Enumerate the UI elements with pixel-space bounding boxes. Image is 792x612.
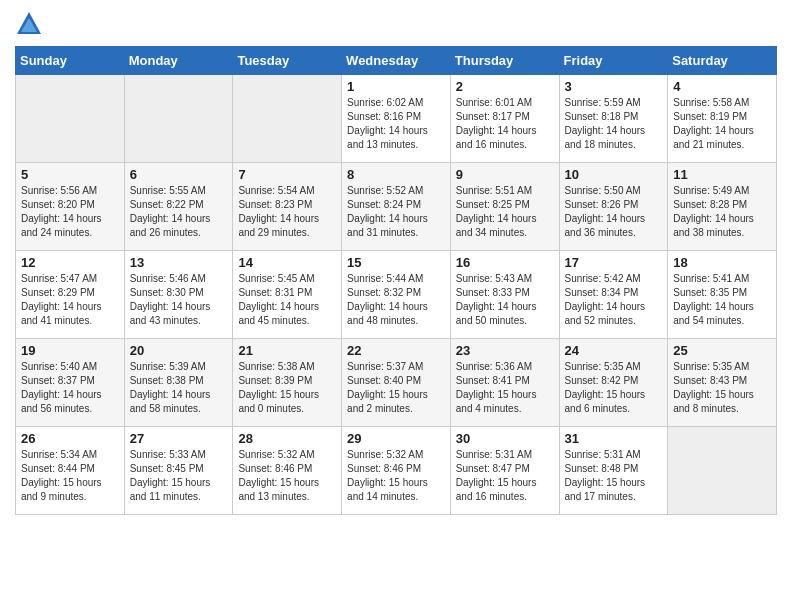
day-info: Sunrise: 5:44 AM Sunset: 8:32 PM Dayligh… bbox=[347, 272, 445, 328]
calendar-cell bbox=[16, 75, 125, 163]
calendar-cell: 13Sunrise: 5:46 AM Sunset: 8:30 PM Dayli… bbox=[124, 251, 233, 339]
day-info: Sunrise: 5:54 AM Sunset: 8:23 PM Dayligh… bbox=[238, 184, 336, 240]
calendar-cell bbox=[668, 427, 777, 515]
calendar-cell: 9Sunrise: 5:51 AM Sunset: 8:25 PM Daylig… bbox=[450, 163, 559, 251]
calendar-cell: 29Sunrise: 5:32 AM Sunset: 8:46 PM Dayli… bbox=[342, 427, 451, 515]
calendar-cell: 22Sunrise: 5:37 AM Sunset: 8:40 PM Dayli… bbox=[342, 339, 451, 427]
day-info: Sunrise: 5:45 AM Sunset: 8:31 PM Dayligh… bbox=[238, 272, 336, 328]
calendar-header-row: SundayMondayTuesdayWednesdayThursdayFrid… bbox=[16, 47, 777, 75]
day-header-wednesday: Wednesday bbox=[342, 47, 451, 75]
day-header-tuesday: Tuesday bbox=[233, 47, 342, 75]
day-info: Sunrise: 5:39 AM Sunset: 8:38 PM Dayligh… bbox=[130, 360, 228, 416]
calendar-cell: 24Sunrise: 5:35 AM Sunset: 8:42 PM Dayli… bbox=[559, 339, 668, 427]
day-info: Sunrise: 5:37 AM Sunset: 8:40 PM Dayligh… bbox=[347, 360, 445, 416]
logo-icon bbox=[15, 10, 43, 38]
day-number: 13 bbox=[130, 255, 228, 270]
day-info: Sunrise: 5:33 AM Sunset: 8:45 PM Dayligh… bbox=[130, 448, 228, 504]
day-info: Sunrise: 5:31 AM Sunset: 8:47 PM Dayligh… bbox=[456, 448, 554, 504]
calendar-cell: 18Sunrise: 5:41 AM Sunset: 8:35 PM Dayli… bbox=[668, 251, 777, 339]
day-info: Sunrise: 5:35 AM Sunset: 8:43 PM Dayligh… bbox=[673, 360, 771, 416]
week-row-3: 12Sunrise: 5:47 AM Sunset: 8:29 PM Dayli… bbox=[16, 251, 777, 339]
day-number: 19 bbox=[21, 343, 119, 358]
day-number: 11 bbox=[673, 167, 771, 182]
day-number: 1 bbox=[347, 79, 445, 94]
day-number: 9 bbox=[456, 167, 554, 182]
calendar-cell: 17Sunrise: 5:42 AM Sunset: 8:34 PM Dayli… bbox=[559, 251, 668, 339]
calendar-cell: 26Sunrise: 5:34 AM Sunset: 8:44 PM Dayli… bbox=[16, 427, 125, 515]
calendar-cell: 12Sunrise: 5:47 AM Sunset: 8:29 PM Dayli… bbox=[16, 251, 125, 339]
day-info: Sunrise: 5:55 AM Sunset: 8:22 PM Dayligh… bbox=[130, 184, 228, 240]
day-number: 10 bbox=[565, 167, 663, 182]
day-number: 28 bbox=[238, 431, 336, 446]
day-number: 24 bbox=[565, 343, 663, 358]
calendar-cell: 6Sunrise: 5:55 AM Sunset: 8:22 PM Daylig… bbox=[124, 163, 233, 251]
week-row-1: 1Sunrise: 6:02 AM Sunset: 8:16 PM Daylig… bbox=[16, 75, 777, 163]
day-info: Sunrise: 5:43 AM Sunset: 8:33 PM Dayligh… bbox=[456, 272, 554, 328]
calendar-cell: 31Sunrise: 5:31 AM Sunset: 8:48 PM Dayli… bbox=[559, 427, 668, 515]
calendar-cell: 25Sunrise: 5:35 AM Sunset: 8:43 PM Dayli… bbox=[668, 339, 777, 427]
day-info: Sunrise: 5:31 AM Sunset: 8:48 PM Dayligh… bbox=[565, 448, 663, 504]
day-number: 5 bbox=[21, 167, 119, 182]
day-info: Sunrise: 5:47 AM Sunset: 8:29 PM Dayligh… bbox=[21, 272, 119, 328]
day-info: Sunrise: 5:32 AM Sunset: 8:46 PM Dayligh… bbox=[347, 448, 445, 504]
calendar-cell: 23Sunrise: 5:36 AM Sunset: 8:41 PM Dayli… bbox=[450, 339, 559, 427]
day-number: 4 bbox=[673, 79, 771, 94]
day-number: 8 bbox=[347, 167, 445, 182]
day-info: Sunrise: 5:36 AM Sunset: 8:41 PM Dayligh… bbox=[456, 360, 554, 416]
calendar-cell: 10Sunrise: 5:50 AM Sunset: 8:26 PM Dayli… bbox=[559, 163, 668, 251]
calendar-cell: 21Sunrise: 5:38 AM Sunset: 8:39 PM Dayli… bbox=[233, 339, 342, 427]
calendar-cell: 1Sunrise: 6:02 AM Sunset: 8:16 PM Daylig… bbox=[342, 75, 451, 163]
day-number: 17 bbox=[565, 255, 663, 270]
day-info: Sunrise: 5:52 AM Sunset: 8:24 PM Dayligh… bbox=[347, 184, 445, 240]
day-number: 2 bbox=[456, 79, 554, 94]
calendar-cell: 27Sunrise: 5:33 AM Sunset: 8:45 PM Dayli… bbox=[124, 427, 233, 515]
calendar-cell bbox=[124, 75, 233, 163]
day-number: 29 bbox=[347, 431, 445, 446]
day-info: Sunrise: 5:49 AM Sunset: 8:28 PM Dayligh… bbox=[673, 184, 771, 240]
calendar-cell: 7Sunrise: 5:54 AM Sunset: 8:23 PM Daylig… bbox=[233, 163, 342, 251]
week-row-2: 5Sunrise: 5:56 AM Sunset: 8:20 PM Daylig… bbox=[16, 163, 777, 251]
calendar-cell: 30Sunrise: 5:31 AM Sunset: 8:47 PM Dayli… bbox=[450, 427, 559, 515]
day-number: 25 bbox=[673, 343, 771, 358]
calendar-cell: 5Sunrise: 5:56 AM Sunset: 8:20 PM Daylig… bbox=[16, 163, 125, 251]
day-info: Sunrise: 5:50 AM Sunset: 8:26 PM Dayligh… bbox=[565, 184, 663, 240]
day-info: Sunrise: 5:34 AM Sunset: 8:44 PM Dayligh… bbox=[21, 448, 119, 504]
day-info: Sunrise: 5:51 AM Sunset: 8:25 PM Dayligh… bbox=[456, 184, 554, 240]
day-number: 3 bbox=[565, 79, 663, 94]
day-header-sunday: Sunday bbox=[16, 47, 125, 75]
week-row-5: 26Sunrise: 5:34 AM Sunset: 8:44 PM Dayli… bbox=[16, 427, 777, 515]
day-number: 30 bbox=[456, 431, 554, 446]
day-number: 6 bbox=[130, 167, 228, 182]
calendar-cell: 2Sunrise: 6:01 AM Sunset: 8:17 PM Daylig… bbox=[450, 75, 559, 163]
day-header-thursday: Thursday bbox=[450, 47, 559, 75]
day-info: Sunrise: 5:58 AM Sunset: 8:19 PM Dayligh… bbox=[673, 96, 771, 152]
calendar-cell bbox=[233, 75, 342, 163]
day-number: 14 bbox=[238, 255, 336, 270]
day-number: 18 bbox=[673, 255, 771, 270]
day-number: 26 bbox=[21, 431, 119, 446]
day-info: Sunrise: 5:59 AM Sunset: 8:18 PM Dayligh… bbox=[565, 96, 663, 152]
day-info: Sunrise: 5:41 AM Sunset: 8:35 PM Dayligh… bbox=[673, 272, 771, 328]
calendar-cell: 8Sunrise: 5:52 AM Sunset: 8:24 PM Daylig… bbox=[342, 163, 451, 251]
day-number: 15 bbox=[347, 255, 445, 270]
day-number: 12 bbox=[21, 255, 119, 270]
calendar-cell: 3Sunrise: 5:59 AM Sunset: 8:18 PM Daylig… bbox=[559, 75, 668, 163]
day-number: 27 bbox=[130, 431, 228, 446]
day-number: 20 bbox=[130, 343, 228, 358]
day-number: 16 bbox=[456, 255, 554, 270]
calendar-cell: 15Sunrise: 5:44 AM Sunset: 8:32 PM Dayli… bbox=[342, 251, 451, 339]
calendar-cell: 19Sunrise: 5:40 AM Sunset: 8:37 PM Dayli… bbox=[16, 339, 125, 427]
calendar-cell: 14Sunrise: 5:45 AM Sunset: 8:31 PM Dayli… bbox=[233, 251, 342, 339]
day-number: 23 bbox=[456, 343, 554, 358]
day-number: 21 bbox=[238, 343, 336, 358]
day-number: 7 bbox=[238, 167, 336, 182]
day-info: Sunrise: 5:56 AM Sunset: 8:20 PM Dayligh… bbox=[21, 184, 119, 240]
week-row-4: 19Sunrise: 5:40 AM Sunset: 8:37 PM Dayli… bbox=[16, 339, 777, 427]
page-header bbox=[15, 10, 777, 38]
day-info: Sunrise: 5:38 AM Sunset: 8:39 PM Dayligh… bbox=[238, 360, 336, 416]
day-number: 22 bbox=[347, 343, 445, 358]
day-header-friday: Friday bbox=[559, 47, 668, 75]
day-info: Sunrise: 5:46 AM Sunset: 8:30 PM Dayligh… bbox=[130, 272, 228, 328]
day-header-saturday: Saturday bbox=[668, 47, 777, 75]
calendar-cell: 20Sunrise: 5:39 AM Sunset: 8:38 PM Dayli… bbox=[124, 339, 233, 427]
